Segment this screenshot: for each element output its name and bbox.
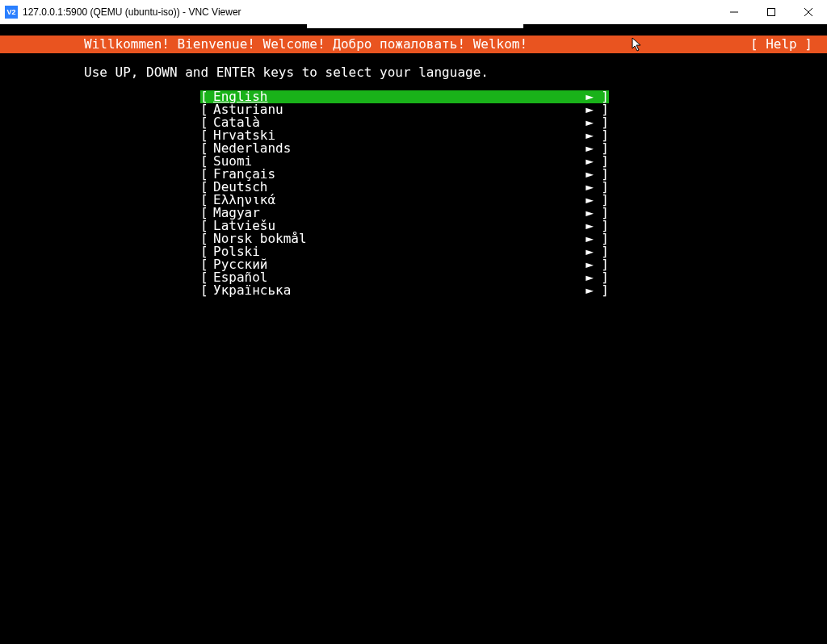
svg-rect-1	[768, 9, 775, 16]
header-bar: Willkommen! Bienvenue! Welcome! Добро по…	[0, 36, 827, 53]
welcome-text: Willkommen! Bienvenue! Welcome! Добро по…	[11, 38, 750, 51]
language-list: [English►][Asturianu►][Català►][Hrvatski…	[200, 90, 609, 297]
language-name: Nederlands	[213, 142, 583, 155]
maximize-button[interactable]	[753, 0, 790, 24]
bracket-close: ]	[596, 284, 609, 297]
language-option[interactable]: [Nederlands►]	[200, 142, 609, 155]
close-button[interactable]	[790, 0, 827, 24]
language-name: Ελληνικά	[213, 194, 583, 207]
instruction-text: Use UP, DOWN and ENTER keys to select yo…	[84, 66, 489, 79]
vnc-icon-text: V2	[6, 8, 15, 16]
language-name: Polski	[213, 245, 583, 258]
top-strip	[307, 24, 523, 28]
help-button[interactable]: [ Help ]	[750, 38, 816, 51]
language-name: Українська	[213, 284, 583, 297]
minimize-button[interactable]	[716, 0, 753, 24]
language-name: Norsk bokmål	[213, 232, 583, 245]
language-name: Français	[213, 168, 583, 181]
language-name: Asturianu	[213, 103, 583, 116]
language-option[interactable]: [Norsk bokmål►]	[200, 232, 609, 245]
chevron-right-icon: ►	[583, 284, 596, 297]
vnc-app-icon: V2	[5, 6, 18, 19]
window-title: 127.0.0.1:5900 (QEMU (ubuntu-iso)) - VNC…	[23, 6, 716, 18]
console-screen[interactable]: Willkommen! Bienvenue! Welcome! Добро по…	[0, 24, 827, 644]
language-option[interactable]: [Українська►]	[200, 284, 609, 297]
window-titlebar: V2 127.0.0.1:5900 (QEMU (ubuntu-iso)) - …	[0, 0, 827, 24]
language-name: Русский	[213, 258, 583, 271]
language-option[interactable]: [Ελληνικά►]	[200, 194, 609, 207]
language-option[interactable]: [Asturianu►]	[200, 103, 609, 116]
bracket-open: [	[200, 284, 213, 297]
window-controls	[716, 0, 827, 24]
